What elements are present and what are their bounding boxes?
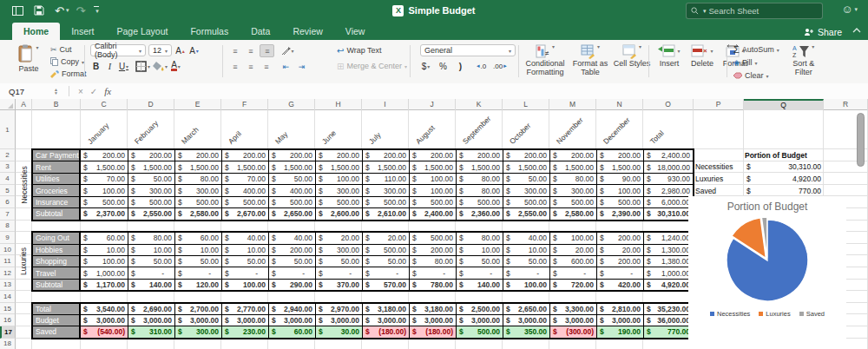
value-cell[interactable]: $100.00 xyxy=(596,185,643,195)
row-header-14[interactable]: 14 xyxy=(0,291,16,303)
row-header-17[interactable]: 17 xyxy=(0,326,16,339)
value-cell[interactable]: $500.00 xyxy=(456,197,503,207)
insert-function-icon[interactable]: fx xyxy=(104,86,111,96)
bold-button[interactable]: B xyxy=(90,60,102,72)
value-cell[interactable]: $- xyxy=(596,267,643,278)
value-cell[interactable]: $200.00 xyxy=(596,256,643,267)
value-cell[interactable]: $6,000.00 xyxy=(643,197,693,207)
value-cell[interactable]: $- xyxy=(128,267,174,278)
value-cell[interactable]: $2,500.00 xyxy=(456,304,503,314)
value-cell[interactable]: $500.00 xyxy=(221,197,268,207)
column-header-I[interactable]: I xyxy=(362,99,409,110)
value-cell[interactable]: $10.00 xyxy=(128,245,174,255)
confirm-entry-icon[interactable]: ✓ xyxy=(90,87,97,96)
value-cell[interactable]: $120.00 xyxy=(174,280,221,290)
value-cell[interactable]: $500.00 xyxy=(362,245,409,255)
row-header-10[interactable]: 10 xyxy=(0,244,16,256)
value-cell[interactable]: $2,580.00 xyxy=(549,208,596,219)
undo-icon[interactable]: ↶▾ xyxy=(55,4,69,17)
font-name-select[interactable]: Calibri (Body)▾ xyxy=(90,44,146,56)
value-cell[interactable]: $2,550.00 xyxy=(503,208,549,219)
value-cell[interactable]: $40.00 xyxy=(503,233,549,243)
value-cell[interactable]: $3,000.00 xyxy=(268,315,315,326)
value-cell[interactable]: $1,500.00 xyxy=(128,161,174,172)
cell[interactable] xyxy=(456,291,503,303)
value-cell[interactable]: $350.00 xyxy=(503,326,549,337)
increase-decimal-button[interactable]: ◂.0 xyxy=(476,60,487,72)
cell[interactable] xyxy=(268,291,315,303)
value-cell[interactable]: $50.00 xyxy=(456,256,503,267)
row-label[interactable]: Utilities xyxy=(33,174,81,184)
value-cell[interactable]: $3,180.00 xyxy=(362,304,409,314)
side-table-value[interactable]: $4,920.00 xyxy=(744,173,824,185)
save-icon[interactable] xyxy=(34,5,44,16)
underline-button[interactable]: U▾ xyxy=(118,60,129,72)
value-cell[interactable]: $140.00 xyxy=(456,280,503,290)
value-cell[interactable]: $500.00 xyxy=(315,197,362,207)
row-header-18[interactable]: 18 xyxy=(0,339,16,349)
value-cell[interactable]: $2,970.00 xyxy=(315,304,362,314)
row-header-16[interactable]: 16 xyxy=(0,314,16,326)
value-cell[interactable]: $50.00 xyxy=(503,256,549,267)
spreadsheet-grid[interactable]: ABCDEFGHIJKLMNOPQR1234567891011121314151… xyxy=(0,99,868,349)
cell[interactable] xyxy=(549,339,596,349)
cell[interactable] xyxy=(32,221,81,233)
value-cell[interactable]: $200.00 xyxy=(81,150,128,161)
value-cell[interactable]: $300.00 xyxy=(315,185,362,195)
fill-color-button[interactable]: ▾ xyxy=(153,60,168,72)
value-cell[interactable]: $200.00 xyxy=(409,150,456,161)
cell[interactable] xyxy=(268,110,315,149)
value-cell[interactable]: $300.00 xyxy=(549,185,596,195)
redo-icon[interactable]: ↷ xyxy=(76,4,85,17)
cancel-entry-icon[interactable]: × xyxy=(78,87,83,96)
value-cell[interactable]: $70.00 xyxy=(221,174,268,184)
value-cell[interactable]: $3,000.00 xyxy=(549,315,596,326)
column-header-L[interactable]: L xyxy=(503,99,549,110)
cell[interactable] xyxy=(409,339,456,349)
value-cell[interactable]: $300.00 xyxy=(174,185,221,195)
cell[interactable] xyxy=(32,339,81,349)
value-cell[interactable]: $600.00 xyxy=(549,256,596,267)
font-color-button[interactable]: A ▾ xyxy=(170,60,181,72)
cell[interactable] xyxy=(643,221,694,233)
column-header-E[interactable]: E xyxy=(174,99,221,110)
cell[interactable] xyxy=(456,339,503,349)
cell[interactable] xyxy=(128,291,174,303)
cell-styles-button[interactable]: ▾ Cell Styles xyxy=(613,44,651,77)
cell[interactable] xyxy=(16,221,32,233)
value-cell[interactable]: $60.00 xyxy=(268,326,315,337)
value-cell[interactable]: $30,310.00 xyxy=(643,208,693,219)
value-cell[interactable]: $140.00 xyxy=(128,280,174,290)
value-cell[interactable]: $3,000.00 xyxy=(503,315,549,326)
cell[interactable] xyxy=(16,303,32,315)
value-cell[interactable]: $3,000.00 xyxy=(81,315,128,326)
cell[interactable] xyxy=(221,291,268,303)
value-cell[interactable]: $1,500.00 xyxy=(81,161,128,172)
align-middle-button[interactable]: ≡ xyxy=(244,45,257,56)
cell[interactable] xyxy=(596,221,643,233)
row-label[interactable]: Shopping xyxy=(33,256,81,267)
value-cell[interactable]: $1,170.00 xyxy=(81,280,128,290)
value-cell[interactable]: $10.00 xyxy=(503,245,549,255)
row-label[interactable]: Car Payment xyxy=(33,150,81,161)
value-cell[interactable]: $50.00 xyxy=(128,256,174,267)
cell[interactable] xyxy=(643,339,694,349)
cell[interactable] xyxy=(32,110,81,149)
insert-cells-button[interactable]: ▾ Insert xyxy=(654,44,685,68)
tab-view[interactable]: View xyxy=(334,23,377,40)
row-label[interactable]: Hobbies xyxy=(33,245,81,255)
share-button[interactable]: Share xyxy=(804,27,842,37)
value-cell[interactable]: $200.00 xyxy=(268,245,315,255)
column-header-R[interactable]: R xyxy=(824,99,868,110)
value-cell[interactable]: $36,000.00 xyxy=(643,315,693,326)
format-painter-button[interactable]: Format xyxy=(50,69,87,79)
comma-format-button[interactable]: ) xyxy=(455,60,466,72)
column-header-B[interactable]: B xyxy=(32,99,81,110)
cell[interactable] xyxy=(174,221,221,233)
value-cell[interactable]: $100.00 xyxy=(549,233,596,243)
select-all-corner[interactable] xyxy=(0,99,16,110)
cell[interactable] xyxy=(16,339,32,349)
wrap-text-button[interactable]: ↩ Wrap Text xyxy=(337,44,407,56)
value-cell[interactable]: $300.00 xyxy=(503,185,549,195)
value-cell[interactable]: $200.00 xyxy=(315,150,362,161)
